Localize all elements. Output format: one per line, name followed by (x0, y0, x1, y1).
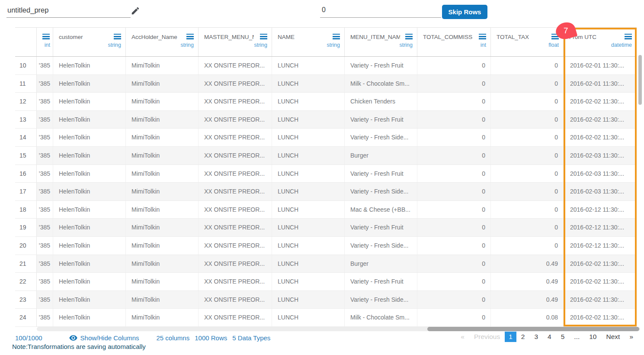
vertical-scrollbar-thumb[interactable] (638, 55, 642, 105)
cell-master_menu: XX ONSITE PREOR... (199, 237, 272, 255)
pagination-page-10[interactable]: 10 (584, 332, 601, 342)
hamburger-menu-icon[interactable] (260, 34, 267, 39)
table-row: 16’385HelenTolkinMimiTolkinXX ONSITE PRE… (15, 165, 637, 183)
column-header-customer[interactable]: customerstring (53, 28, 126, 56)
cell-master_menu: XX ONSITE PREOR... (199, 165, 272, 183)
cell-master_menu: XX ONSITE PREOR... (199, 219, 272, 236)
column-header-menu-item-name[interactable]: MENU_ITEM_NAMEstring (345, 28, 417, 56)
cell-customer: HelenTolkin (53, 309, 126, 326)
horizontal-scrollbar[interactable] (37, 327, 640, 331)
cell-num: 12 (15, 93, 37, 110)
pagination-page-2[interactable]: 2 (516, 332, 530, 342)
cell-commission: 0 (417, 165, 491, 183)
column-header-name[interactable]: NAMEstring (272, 28, 345, 56)
column-type: string (399, 42, 413, 48)
cell-from_utc: 2016-02-02 11:30:... (564, 309, 637, 326)
cell-commission: 0 (417, 309, 491, 326)
skip-rows-button[interactable]: Skip Rows (442, 5, 487, 19)
cell-name: LUNCH (272, 147, 345, 165)
cell-tax: 0 (491, 111, 564, 129)
column-name: MENU_ITEM_NAME (350, 34, 400, 40)
cell-tax: 0.49 (491, 291, 564, 309)
cell-master_menu: XX ONSITE PREOR... (199, 129, 272, 146)
edit-pencil-icon[interactable] (131, 6, 140, 16)
hamburger-menu-icon[interactable] (405, 34, 413, 39)
show-hide-columns-button[interactable]: Show/Hide Columns (69, 334, 139, 342)
cell-from_utc: 2016-02-02 11:30:... (564, 111, 637, 129)
cell-from_utc: 2016-02-02 11:30:... (564, 291, 637, 309)
cell-tax: 0.49 (491, 273, 564, 290)
column-name: NAME (278, 34, 295, 40)
hamburger-menu-icon[interactable] (625, 34, 632, 39)
table-row: 20’385HelenTolkinMimiTolkinXX ONSITE PRE… (15, 237, 637, 255)
cell-commission: 0 (417, 93, 491, 110)
cell-num: 21 (15, 255, 37, 273)
column-header-accholder-name[interactable]: AccHolder_Namestring (126, 28, 199, 56)
cell-menu_item: Burger (345, 255, 417, 273)
horizontal-scrollbar-thumb[interactable] (427, 327, 639, 331)
pagination-page-3[interactable]: 3 (529, 332, 543, 342)
cell-name: LUNCH (272, 273, 345, 290)
cell-int_val: ’385 (37, 183, 53, 200)
cell-commission: 0 (417, 129, 491, 146)
column-type: datetime (611, 42, 632, 48)
pagination-page-4[interactable]: 4 (543, 332, 556, 342)
pagination-ellipsis: ... (569, 332, 584, 342)
prep-name-input[interactable] (6, 3, 131, 18)
cell-commission: 0 (417, 201, 491, 219)
cell-name: LUNCH (272, 111, 345, 129)
cell-master_menu: XX ONSITE PREOR... (199, 309, 272, 326)
cell-commission: 0 (417, 291, 491, 309)
cell-tax: 0 (491, 165, 564, 183)
cell-name: LUNCH (272, 75, 345, 93)
show-hide-columns-label: Show/Hide Columns (80, 334, 139, 342)
cell-commission: 0 (417, 75, 491, 93)
cell-acc_holder: MimiTolkin (126, 183, 199, 200)
cell-int_val: ’385 (37, 255, 53, 273)
table-row: 24’385HelenTolkinMimiTolkinXX ONSITE PRE… (15, 309, 637, 327)
cell-commission: 0 (417, 273, 491, 290)
cell-from_utc: 2016-02-03 11:30:... (564, 147, 637, 165)
cell-from_utc: 2016-02-03 11:30:... (564, 165, 637, 183)
autosave-note: Note:Transformations are saving automati… (12, 343, 146, 350)
cell-int_val: ’385 (37, 75, 53, 93)
column-header-total-tax[interactable]: TOTAL_TAXfloat (491, 28, 564, 56)
cell-num: 23 (15, 291, 37, 309)
cell-num: 24 (15, 309, 37, 326)
cell-customer: HelenTolkin (53, 147, 126, 165)
column-header-master-menu-n[interactable]: MASTER_MENU_N...string (199, 28, 272, 56)
cell-customer: HelenTolkin (53, 219, 126, 236)
hamburger-menu-icon[interactable] (333, 34, 340, 39)
cell-int_val: ’385 (37, 273, 53, 290)
cell-int_val: ’385 (37, 129, 53, 146)
column-header-total-commissi[interactable]: TOTAL_COMMISSI...int (417, 28, 491, 56)
pagination-next-button[interactable]: Next (602, 332, 625, 342)
cell-acc_holder: MimiTolkin (126, 147, 199, 165)
cell-menu_item: Variety - Fresh Fruit (345, 273, 417, 290)
hamburger-menu-icon[interactable] (186, 34, 194, 39)
cell-menu_item: Variety - Fresh Fruit (345, 165, 417, 183)
column-header-int[interactable]: int (37, 28, 53, 56)
pagination-page-5[interactable]: 5 (556, 332, 570, 342)
pagination-prev-button[interactable]: Previous (469, 332, 505, 342)
hamburger-menu-icon[interactable] (42, 34, 50, 39)
table-header: intcustomerstringAccHolder_NamestringMAS… (15, 27, 637, 57)
hamburger-menu-icon[interactable] (479, 34, 486, 39)
annotation-badge-value: 7 (564, 26, 568, 36)
vertical-scrollbar[interactable] (638, 30, 642, 307)
pagination-page-1[interactable]: 1 (505, 332, 516, 342)
column-name: customer (59, 34, 83, 40)
skip-rows-input[interactable] (320, 3, 441, 18)
cell-master_menu: XX ONSITE PREOR... (199, 183, 272, 200)
cell-menu_item: Variety - Fresh Fruit (345, 57, 417, 74)
cell-tax: 0 (491, 147, 564, 165)
row-progress: 100/1000 (15, 334, 42, 342)
cell-int_val: ’385 (37, 237, 53, 255)
hamburger-menu-icon[interactable] (114, 34, 121, 39)
pagination-prev-arrow[interactable]: « (456, 332, 469, 342)
cell-commission: 0 (417, 219, 491, 236)
cell-num: 14 (15, 129, 37, 146)
pagination-next-arrow[interactable]: » (625, 332, 638, 342)
table-row: 22’385HelenTolkinMimiTolkinXX ONSITE PRE… (15, 273, 637, 291)
cell-tax: 0.08 (491, 309, 564, 326)
